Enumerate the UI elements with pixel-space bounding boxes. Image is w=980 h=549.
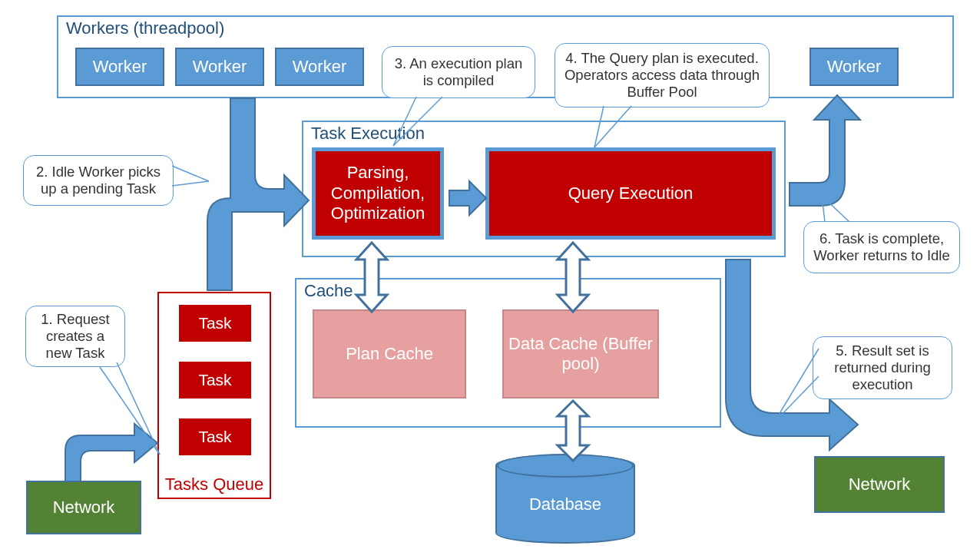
arrow-parse-to-query [449, 181, 488, 215]
network-right: Network [814, 456, 945, 513]
callout-2-tail [171, 167, 217, 198]
arrow-datacache-database [556, 401, 590, 461]
plan-cache-box: Plan Cache [313, 309, 466, 399]
database-label: Database [529, 494, 601, 514]
database-cylinder: Database [495, 455, 635, 544]
worker-box-3: Worker [275, 48, 364, 86]
worker-box-4: Worker [809, 48, 899, 86]
callout-6-tail [822, 196, 868, 227]
tasks-queue-title: Tasks Queue [159, 475, 270, 494]
query-execution-box: Query Execution [485, 147, 776, 240]
callout-2: 2. Idle Worker picks up a pending Task [23, 155, 174, 206]
arrow-complete-to-worker [790, 98, 866, 206]
arrow-query-datacache [556, 243, 590, 312]
parsing-box: Parsing, Compilation, Optimization [312, 147, 444, 240]
workers-panel-title: Workers (threadpool) [66, 18, 224, 38]
arrow-queue-worker-merge [194, 98, 316, 298]
callout-4: 4. The Query plan is executed. Operators… [555, 43, 770, 107]
callout-3-tail [393, 97, 462, 150]
callout-4-tail [594, 106, 656, 150]
worker-box-1: Worker [75, 48, 164, 86]
callout-5: 5. Result set is returned during executi… [813, 336, 952, 399]
data-cache-box: Data Cache (Buffer pool) [502, 309, 659, 399]
callout-5-tail [774, 384, 828, 438]
callout-1-tail [115, 361, 207, 461]
callout-3: 3. An execution plan is compiled [382, 46, 535, 98]
arrow-parse-plancache [355, 243, 389, 312]
callout-1: 1. Request creates a new Task [25, 306, 125, 367]
callout-6: 6. Task is complete, Worker returns to I… [803, 221, 960, 273]
task-1: Task [179, 305, 251, 342]
worker-box-2: Worker [175, 48, 264, 86]
